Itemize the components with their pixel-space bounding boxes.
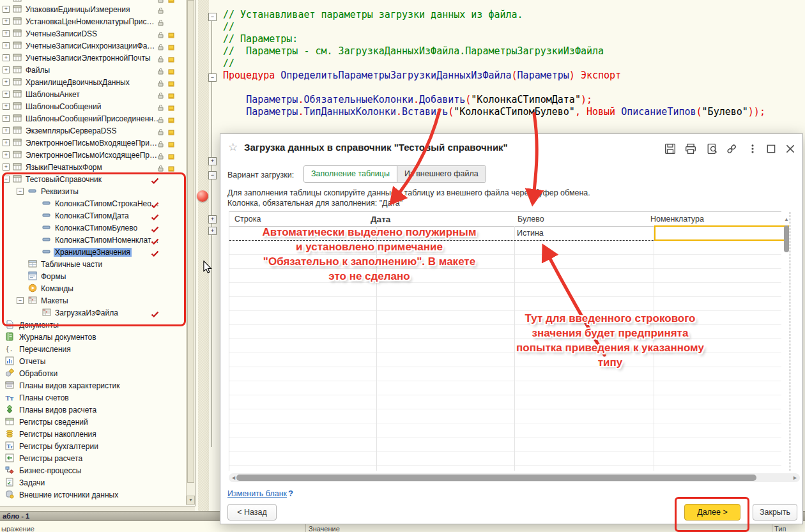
- tree-item-ШаблоныСообщений[interactable]: +ШаблоныСообщений: [0, 100, 195, 112]
- tree-scrollbar-thumb[interactable]: [187, 0, 194, 483]
- tree-item-ШаблоныСообщенийПрисоединенн…[interactable]: +ШаблоныСообщенийПрисоединенн…: [0, 112, 195, 125]
- tree-item-label: Регистры накопления: [19, 430, 96, 439]
- tree-item-ЭлектронноеПисьмоИсходящееПр…[interactable]: +ЭлектронноеПисьмоИсходящееПр…: [0, 149, 195, 161]
- table-icon: [13, 162, 22, 171]
- tree-item-УстановкаЦенНоменклатурыПрис…[interactable]: +УстановкаЦенНоменклатурыПрис…: [0, 15, 195, 27]
- fold-expanded-icon[interactable]: −: [208, 171, 217, 179]
- table-icon: [13, 0, 22, 3]
- tree-item-Внешние источники данных[interactable]: Внешние источники данных: [0, 489, 195, 501]
- tree-item-label: ЭкземплярыСервераDSS: [26, 126, 117, 135]
- expand-plus-icon[interactable]: +: [3, 79, 10, 86]
- more-icon[interactable]: [747, 143, 758, 155]
- tree-item-Файлы[interactable]: +Файлы: [0, 64, 195, 76]
- table-vscroll-thumb[interactable]: [784, 225, 789, 252]
- table-horizontal-scrollbar[interactable]: ◄ ►: [229, 473, 800, 482]
- acct-register-icon: Тг: [5, 441, 14, 450]
- tree-item-Регистры сведений[interactable]: Регистры сведений: [0, 416, 195, 428]
- edit-form-link[interactable]: Изменить бланк: [227, 489, 287, 498]
- expand-plus-icon[interactable]: +: [3, 30, 10, 37]
- expand-plus-icon[interactable]: +: [3, 127, 10, 134]
- code-editor[interactable]: // Устанавливает параметры загрузки данн…: [223, 9, 765, 118]
- tree-item-label: ЭлектронноеПисьмоВходящееПри…: [26, 139, 157, 148]
- report-icon: [5, 356, 14, 365]
- expand-plus-icon[interactable]: +: [3, 42, 10, 49]
- cell-boolean-value[interactable]: Истина: [517, 229, 544, 238]
- table-scroll-up-arrow[interactable]: ▲: [784, 217, 789, 222]
- tree-item-ШаблоныАнкет[interactable]: +ШаблоныАнкет: [0, 88, 195, 100]
- fold-collapsed-icon[interactable]: +: [208, 215, 217, 224]
- task-icon: [5, 478, 14, 487]
- accum-register-icon: [5, 429, 14, 438]
- table-hscroll-thumb[interactable]: [236, 475, 756, 481]
- expand-plus-icon[interactable]: +: [3, 151, 10, 158]
- link-icon[interactable]: [726, 143, 737, 155]
- active-cell[interactable]: [654, 225, 789, 241]
- tree-item-Планы видов характеристик[interactable]: Планы видов характеристик: [0, 379, 195, 391]
- tree-item-Отчеты[interactable]: Отчеты: [0, 355, 195, 367]
- fold-collapsed-icon[interactable]: +: [208, 157, 217, 165]
- calc-register-icon: [5, 453, 14, 462]
- column-header-Строка[interactable]: Строка: [234, 215, 261, 224]
- save-icon[interactable]: [664, 143, 676, 155]
- help-icon[interactable]: ?: [288, 489, 293, 498]
- expand-plus-icon[interactable]: +: [3, 103, 10, 110]
- annotation-note-2: Тут для введенного строкового значения б…: [512, 311, 708, 370]
- tree-item-Бизнес-процессы[interactable]: Бизнес-процессы: [0, 464, 195, 476]
- expand-plus-icon[interactable]: +: [3, 18, 10, 25]
- table-scroll-left-arrow[interactable]: ◄: [231, 475, 236, 481]
- tree-item-label: ЭлектронноеПисьмоИсходящееПр…: [26, 151, 157, 160]
- tree-scrollbar[interactable]: ▼: [186, 0, 195, 505]
- expand-plus-icon[interactable]: +: [3, 54, 10, 61]
- table-vertical-scrollbar[interactable]: ▲: [782, 211, 791, 470]
- tree-item-label: Обработки: [19, 369, 57, 378]
- print-icon[interactable]: [685, 143, 696, 155]
- expand-plus-icon[interactable]: +: [3, 66, 10, 73]
- tree-item-Обработки[interactable]: Обработки: [0, 367, 195, 379]
- tree-item-ЯзыкиПечатныхФорм[interactable]: +ЯзыкиПечатныхФорм: [0, 161, 195, 173]
- column-header-Номенклатура[interactable]: Номенклатура: [650, 215, 704, 224]
- expand-plus-icon[interactable]: +: [3, 6, 10, 13]
- tree-item-ЭкземплярыСервераDSS[interactable]: +ЭкземплярыСервераDSS: [0, 125, 195, 137]
- tree-item-Регистры бухгалтерии[interactable]: ТгРегистры бухгалтерии: [0, 440, 195, 452]
- tree-item-УчетныеЗаписиDSS[interactable]: +УчетныеЗаписиDSS: [0, 27, 195, 40]
- column-header-Дата[interactable]: Дата: [371, 215, 390, 224]
- maximize-icon[interactable]: [765, 143, 777, 155]
- tree-item-label: Журналы документов: [19, 333, 96, 342]
- variant-external-file[interactable]: Из внешнего файла: [397, 166, 486, 182]
- close-button[interactable]: Закрыть: [753, 504, 797, 521]
- breakpoint-icon[interactable]: [197, 190, 208, 202]
- grid-line: [229, 437, 781, 437]
- watch-col-type: Тип: [774, 525, 786, 532]
- tree-item-Планы счетов[interactable]: ТтПланы счетов: [0, 391, 195, 404]
- fold-expanded-icon[interactable]: −: [208, 73, 217, 82]
- expand-plus-icon[interactable]: +: [3, 115, 10, 122]
- tree-item-Регистры расчета[interactable]: Регистры расчета: [0, 452, 195, 464]
- table-icon: [13, 77, 22, 86]
- tree-item-label: Перечисления: [19, 345, 71, 354]
- tree-item-Журналы документов[interactable]: Журналы документов: [0, 331, 195, 343]
- expand-plus-icon[interactable]: +: [3, 163, 10, 171]
- table-scroll-right-arrow[interactable]: ►: [792, 475, 798, 481]
- tree-scrollbar-down-arrow[interactable]: ▼: [187, 496, 195, 505]
- favorite-star-icon[interactable]: ☆: [228, 141, 238, 154]
- fold-collapsed-icon[interactable]: +: [208, 227, 217, 235]
- expand-plus-icon[interactable]: +: [3, 91, 10, 98]
- tree-item-Перечисления[interactable]: {..}Перечисления: [0, 343, 195, 355]
- tree-item-УпаковкиЕдиницыИзмерения[interactable]: +УпаковкиЕдиницыИзмерения: [0, 3, 195, 15]
- table-icon: [13, 102, 22, 110]
- tree-item-УчетныеЗаписиСинхронизацииФа…[interactable]: +УчетныеЗаписиСинхронизацииФа…: [0, 40, 195, 52]
- close-icon[interactable]: [785, 143, 796, 155]
- preview-icon[interactable]: [707, 143, 718, 155]
- tree-item-Планы видов расчета[interactable]: Планы видов расчета: [0, 404, 195, 416]
- column-header-Булево[interactable]: Булево: [518, 215, 544, 224]
- tree-item-ЭлектронноеПисьмоВходящееПри…[interactable]: +ЭлектронноеПисьмоВходящееПри…: [0, 137, 195, 149]
- variant-fill-table[interactable]: Заполнение таблицы: [304, 166, 397, 182]
- tree-item-ХранилищеДвоичныхДанных[interactable]: +ХранилищеДвоичныхДанных: [0, 76, 195, 88]
- expand-plus-icon[interactable]: +: [3, 139, 10, 146]
- tree-item-Регистры накопления[interactable]: Регистры накопления: [0, 428, 195, 440]
- breakpoint-margin[interactable]: [198, 0, 209, 519]
- tree-item-УчетныеЗаписиЭлектроннойПочты[interactable]: +УчетныеЗаписиЭлектроннойПочты: [0, 52, 195, 64]
- back-button[interactable]: < Назад: [227, 504, 277, 521]
- fold-expanded-icon[interactable]: −: [208, 13, 217, 21]
- tree-item-Задачи[interactable]: Задачи: [0, 476, 195, 489]
